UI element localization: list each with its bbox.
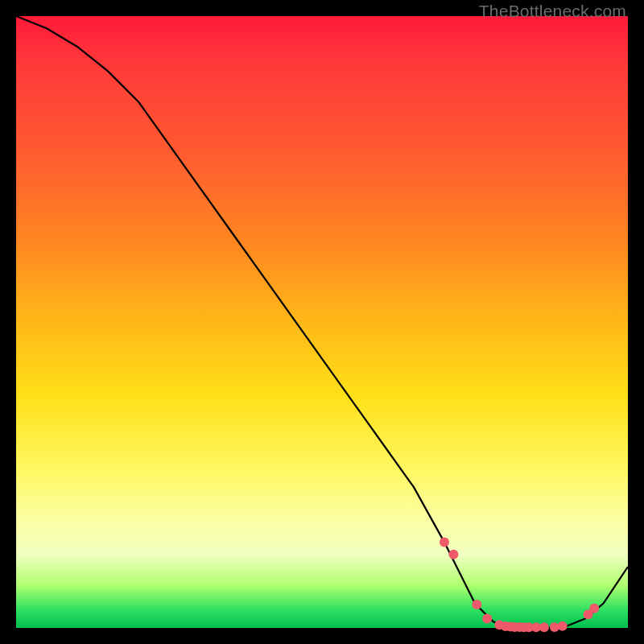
marker-point — [558, 621, 568, 631]
marker-point — [482, 614, 492, 624]
marker-point — [539, 622, 549, 632]
watermark-text: TheBottleneck.com — [479, 2, 626, 21]
chart-stage: TheBottleneck.com — [0, 0, 644, 644]
curve-svg — [16, 16, 628, 628]
plot-area — [16, 16, 628, 628]
highlight-markers — [440, 538, 599, 633]
marker-point — [440, 538, 449, 547]
bottleneck-curve — [16, 16, 628, 628]
marker-point — [472, 600, 481, 609]
marker-point — [448, 550, 458, 559]
marker-point — [589, 604, 599, 613]
